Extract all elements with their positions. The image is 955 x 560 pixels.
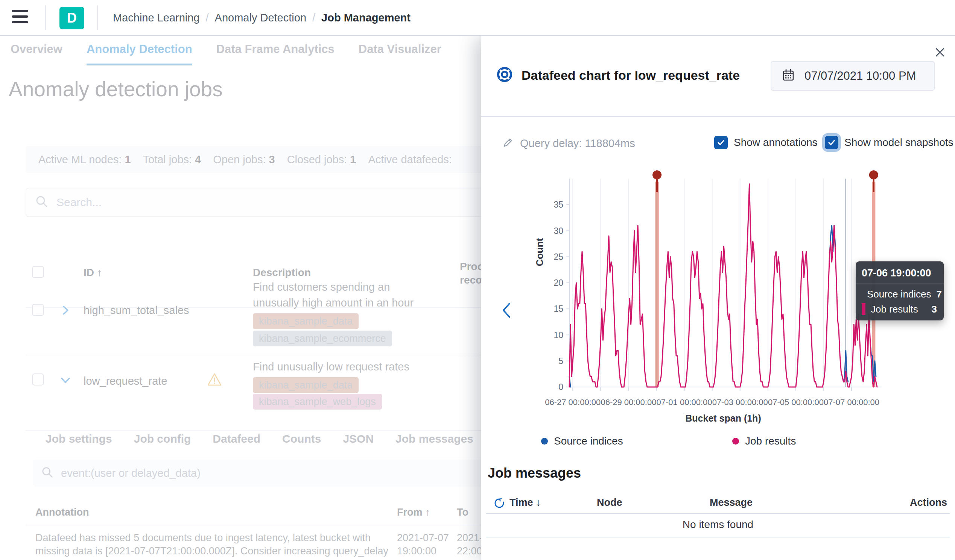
column-header-description[interactable]: Description: [253, 267, 311, 279]
close-icon[interactable]: [932, 44, 948, 61]
tab-counts[interactable]: Counts: [282, 433, 321, 445]
breadcrumb-separator: /: [206, 12, 209, 24]
svg-text:25: 25: [554, 252, 563, 262]
tab-anomaly-detection[interactable]: Anomaly Detection: [86, 42, 192, 66]
search-icon: [41, 466, 53, 480]
legend-item-source-indices[interactable]: Source indices: [541, 435, 623, 447]
annotations-filter-input[interactable]: [61, 467, 437, 480]
calendar-icon: [781, 68, 795, 84]
page-title: Anomaly detection jobs: [9, 77, 223, 101]
flyout-title: Datafeed chart for low_request_rate: [521, 68, 740, 83]
jobs-search-input[interactable]: [56, 196, 433, 209]
column-header-time[interactable]: Time ↓: [509, 497, 541, 508]
checkbox-checked-icon: [825, 136, 838, 149]
legend-dot: [541, 438, 548, 444]
tab-json[interactable]: JSON: [343, 433, 374, 445]
index-tag: kibana_sample_data: [253, 313, 359, 329]
svg-text:20: 20: [554, 278, 563, 288]
svg-text:06-29 00:00:00: 06-29 00:00:00: [601, 397, 656, 407]
datafeed-chart-flyout: Datafeed chart for low_request_rate 07/0…: [481, 36, 955, 560]
tab-job-messages[interactable]: Job messages: [396, 433, 473, 445]
breadcrumb-separator: /: [312, 12, 315, 24]
job-id-link[interactable]: high_sum_total_sales: [83, 304, 189, 317]
svg-text:30: 30: [554, 226, 563, 236]
menu-icon[interactable]: [12, 10, 28, 25]
chart-previous-icon[interactable]: [499, 299, 514, 322]
chevron-right-icon[interactable]: [59, 303, 72, 317]
sort-asc-icon: ↑: [97, 267, 102, 278]
column-header-annotation[interactable]: Annotation: [35, 507, 89, 518]
job-description: Find customers spending an: [253, 281, 390, 293]
tab-job-config[interactable]: Job config: [134, 433, 191, 445]
row-checkbox[interactable]: [32, 304, 44, 316]
space-avatar[interactable]: D: [59, 7, 84, 29]
stat-active-ml-nodes: Active ML nodes:1: [38, 153, 131, 166]
index-tag: kibana_sample_web_logs: [253, 394, 382, 410]
tooltip-row-job-results: Job results 3: [862, 303, 937, 315]
job-description: unusually high amount in an hour: [253, 297, 413, 309]
query-delay-text: Query delay: 118804ms: [520, 137, 635, 150]
search-icon: [35, 195, 48, 210]
row-checkbox[interactable]: [32, 374, 44, 385]
app-tabs: Overview Anomaly Detection Data Frame An…: [11, 42, 441, 66]
column-header-to[interactable]: To: [457, 507, 468, 518]
legend-dot: [732, 438, 739, 444]
svg-text:0: 0: [558, 382, 563, 392]
warning-icon: [206, 371, 220, 385]
refresh-icon[interactable]: [494, 497, 505, 512]
sort-asc-icon: ↑: [425, 507, 431, 518]
index-tag: kibana_sample_ecommerce: [253, 331, 392, 346]
svg-text:Bucket span (1h): Bucket span (1h): [685, 413, 761, 424]
breadcrumb: Machine Learning / Anomaly Detection / J…: [113, 0, 410, 36]
annotation-text: Datafeed has missed 5 documents due to i…: [35, 532, 393, 558]
index-tag: kibana_sample_data: [253, 377, 359, 393]
chart-tooltip: 07-06 19:00:00 Source indices 7 Job resu…: [856, 261, 944, 321]
job-id-link[interactable]: low_request_rate: [83, 375, 167, 387]
column-header-actions: Actions: [910, 497, 947, 508]
tooltip-timestamp: 07-06 19:00:00: [862, 267, 937, 279]
checkbox-checked-icon: [714, 136, 728, 149]
column-header-node[interactable]: Node: [597, 497, 622, 508]
svg-text:07-07 00:00:00: 07-07 00:00:00: [823, 397, 879, 407]
breadcrumb-job-management: Job Management: [321, 12, 410, 24]
tab-data-visualizer[interactable]: Data Visualizer: [359, 42, 441, 66]
checkbox-label: Show annotations: [734, 136, 818, 149]
breadcrumb-anomaly-detection[interactable]: Anomaly Detection: [215, 12, 306, 24]
column-header-message[interactable]: Message: [710, 497, 753, 508]
kibana-ml-page: Overview Anomaly Detection Data Frame An…: [0, 0, 955, 560]
tab-datafeed[interactable]: Datafeed: [213, 433, 260, 445]
job-messages-heading: Job messages: [488, 465, 581, 481]
checkbox-label: Show model snapshots: [844, 136, 953, 149]
show-annotations-checkbox[interactable]: Show annotations: [714, 136, 818, 149]
stat-active-datafeeds: Active datafeeds:: [368, 153, 454, 166]
svg-text:06-27 00:00:00: 06-27 00:00:00: [545, 397, 601, 407]
chart-legend: Source indices Job results: [481, 435, 955, 450]
column-header-from[interactable]: From ↑: [397, 507, 431, 518]
column-header-id[interactable]: ID ↑: [83, 267, 102, 279]
breadcrumb-machine-learning[interactable]: Machine Learning: [113, 12, 200, 24]
chevron-down-icon[interactable]: [59, 374, 72, 387]
date-picker[interactable]: 07/07/2021 10:00 PM: [770, 61, 935, 91]
tab-job-settings[interactable]: Job settings: [45, 433, 112, 445]
svg-text:07-05 00:00:00: 07-05 00:00:00: [768, 397, 823, 407]
empty-table-message: No items found: [481, 519, 955, 531]
query-delay: Query delay: 118804ms: [502, 136, 635, 150]
sort-desc-icon: ↓: [536, 497, 541, 508]
svg-text:5: 5: [558, 356, 563, 366]
tooltip-row-source-indices: Source indices 7: [862, 288, 937, 300]
svg-text:15: 15: [554, 304, 563, 314]
select-all-checkbox[interactable]: [32, 266, 44, 278]
tab-data-frame-analytics[interactable]: Data Frame Analytics: [216, 42, 335, 66]
show-model-snapshots-checkbox[interactable]: Show model snapshots: [825, 136, 953, 149]
pencil-icon: [502, 136, 514, 150]
stat-total-jobs: Total jobs:4: [143, 153, 201, 166]
app-header: D Machine Learning / Anomaly Detection /…: [0, 0, 955, 36]
svg-text:10: 10: [554, 330, 563, 340]
datafeed-icon: [496, 66, 513, 84]
legend-item-job-results[interactable]: Job results: [732, 435, 796, 447]
annotation-from: 2021-07-07 19:00:00: [397, 532, 453, 558]
date-picker-value: 07/07/2021 10:00 PM: [805, 69, 916, 83]
svg-text:35: 35: [554, 200, 563, 210]
stat-open-jobs: Open jobs:3: [213, 153, 275, 166]
tab-overview[interactable]: Overview: [11, 42, 63, 66]
